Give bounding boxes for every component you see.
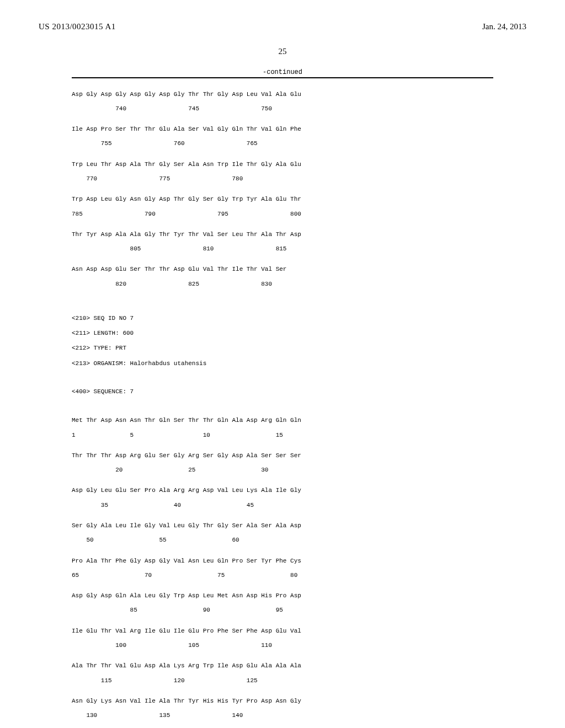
seq-row: Asn Asp Asp Glu Ser Thr Thr Asp Glu Val … <box>72 266 526 273</box>
seq-num: 115 120 125 <box>72 677 526 684</box>
seq-row: Pro Ala Thr Phe Gly Asp Gly Val Asn Leu … <box>72 558 526 565</box>
seq-num: 820 825 830 <box>72 281 526 288</box>
seq-meta: <210> SEQ ID NO 7 <box>72 315 526 322</box>
seq-num: 770 775 780 <box>72 175 526 183</box>
seq-num: 740 745 750 <box>72 105 526 113</box>
publication-number: US 2013/0023015 A1 <box>39 22 116 31</box>
seq-row: Asp Gly Leu Glu Ser Pro Ala Arg Arg Asp … <box>72 487 526 494</box>
seq-num: 130 135 140 <box>72 712 526 719</box>
seq-row: Asp Gly Asp Gln Ala Leu Gly Trp Asp Leu … <box>72 592 526 599</box>
seq-num: 65 70 75 80 <box>72 572 526 579</box>
continued-label: -continued <box>39 68 526 76</box>
seq-num: 1 5 10 15 <box>72 432 526 439</box>
seq-row: Trp Leu Thr Asp Ala Thr Gly Ser Ala Asn … <box>72 161 526 168</box>
seq-num: 100 105 110 <box>72 642 526 649</box>
seq-num: 805 810 815 <box>72 245 526 253</box>
seq-num: 35 40 45 <box>72 502 526 509</box>
seq-row: Ser Gly Ala Leu Ile Gly Val Leu Gly Thr … <box>72 522 526 529</box>
seq-meta: <211> LENGTH: 600 <box>72 330 526 337</box>
seq-row: Asn Gly Lys Asn Val Ile Ala Thr Tyr His … <box>72 698 526 705</box>
divider <box>72 77 493 78</box>
seq-row: Thr Thr Thr Asp Arg Glu Ser Gly Arg Ser … <box>72 452 526 459</box>
seq-row: Ile Asp Pro Ser Thr Thr Glu Ala Ser Val … <box>72 126 526 133</box>
seq-row: Ile Glu Thr Val Arg Ile Glu Ile Glu Pro … <box>72 628 526 635</box>
seq-num: 785 790 795 800 <box>72 211 526 218</box>
seq-row: Met Thr Asp Asn Asn Thr Gln Ser Thr Thr … <box>72 417 526 424</box>
seq-row: Trp Asp Leu Gly Asn Gly Asp Thr Gly Ser … <box>72 196 526 203</box>
seq-row: Ala Thr Thr Val Glu Asp Ala Lys Arg Trp … <box>72 662 526 670</box>
seq-meta: <212> TYPE: PRT <box>72 345 526 352</box>
page-header: US 2013/0023015 A1 Jan. 24, 2013 <box>39 22 526 31</box>
page-number: 25 <box>39 47 526 56</box>
seq-num: 20 25 30 <box>72 467 526 474</box>
seq-row: Thr Tyr Asp Ala Ala Gly Thr Tyr Thr Val … <box>72 231 526 238</box>
sequence-listing: Asp Gly Asp Gly Asp Gly Asp Gly Thr Thr … <box>72 84 526 728</box>
seq-row: Asp Gly Asp Gly Asp Gly Asp Gly Thr Thr … <box>72 91 526 98</box>
seq-num: 755 760 765 <box>72 140 526 147</box>
seq-meta: <400> SEQUENCE: 7 <box>72 388 526 395</box>
seq-meta: <213> ORGANISM: Halorhabdus utahensis <box>72 360 526 367</box>
publication-date: Jan. 24, 2013 <box>482 22 526 31</box>
page: US 2013/0023015 A1 Jan. 24, 2013 25 -con… <box>0 0 565 728</box>
seq-num: 85 90 95 <box>72 607 526 614</box>
seq-num: 50 55 60 <box>72 537 526 544</box>
